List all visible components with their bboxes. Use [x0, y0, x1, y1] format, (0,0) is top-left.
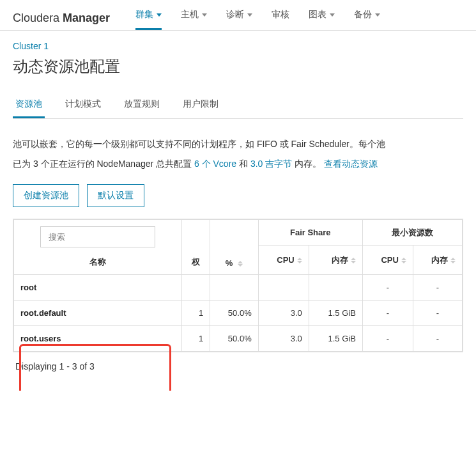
- col-fs-cpu-header[interactable]: CPU: [258, 246, 309, 274]
- cell-pct: [210, 274, 259, 300]
- cell-min-cpu: -: [362, 325, 413, 351]
- nav-clusters[interactable]: 群集: [135, 9, 162, 30]
- tab-schedule-mode[interactable]: 计划模式: [63, 92, 104, 118]
- nav-audit[interactable]: 审核: [272, 9, 289, 30]
- col-group-minresources: 最小资源数: [362, 219, 462, 246]
- col-fs-mem-header[interactable]: 内存: [309, 246, 362, 274]
- cell-weight: 1: [181, 300, 210, 325]
- cell-weight: 1: [181, 325, 210, 351]
- search-input[interactable]: [40, 226, 155, 247]
- sort-icon: [297, 258, 302, 263]
- cell-min-mem: -: [413, 325, 462, 351]
- sort-icon: [351, 258, 356, 263]
- table-row[interactable]: root.users 1 50.0% 3.0 1.5 GiB - -: [14, 325, 463, 351]
- tab-placement-rules[interactable]: 放置规则: [121, 92, 162, 118]
- cell-weight: [181, 274, 210, 300]
- brand-part2: Manager: [63, 12, 110, 24]
- col-name-header[interactable]: 名称: [20, 256, 175, 268]
- cell-name: root: [14, 274, 182, 300]
- description-text: 池可以嵌套，它的每一个级别都可以支持不同的计划程序，如 FIFO 或 Fair …: [13, 134, 463, 174]
- pagination-text: Displaying 1 - 3 of 3: [13, 352, 463, 380]
- nav-backup[interactable]: 备份: [354, 9, 380, 30]
- cell-name: root.default: [14, 300, 182, 325]
- cell-fs-mem: 1.5 GiB: [309, 300, 362, 325]
- chevron-down-icon: [330, 13, 335, 17]
- col-min-mem-header[interactable]: 内存: [413, 246, 462, 274]
- cell-name: root.users: [14, 325, 182, 351]
- tab-user-limits[interactable]: 用户限制: [180, 92, 221, 118]
- chevron-down-icon: [375, 13, 380, 17]
- top-bar: Cloudera Manager 群集 主机 诊断 审核 图表 备份: [0, 0, 476, 31]
- sort-icon: [450, 258, 456, 263]
- top-nav: 群集 主机 诊断 审核 图表 备份: [135, 6, 380, 30]
- col-weight-header[interactable]: 权: [181, 219, 210, 274]
- nav-diagnostics[interactable]: 诊断: [226, 9, 252, 30]
- table-row[interactable]: root - -: [14, 274, 463, 300]
- create-pool-button[interactable]: 创建资源池: [13, 184, 79, 207]
- default-settings-button[interactable]: 默认设置: [87, 184, 144, 207]
- cell-fs-cpu: 3.0: [258, 325, 309, 351]
- cell-pct: 50.0%: [210, 325, 259, 351]
- cell-min-cpu: -: [362, 274, 413, 300]
- view-dynamic-link[interactable]: 查看动态资源: [324, 159, 378, 169]
- chevron-down-icon: [202, 13, 207, 17]
- cell-fs-cpu: 3.0: [258, 300, 309, 325]
- cell-min-mem: -: [413, 274, 462, 300]
- page-tabs: 资源池 计划模式 放置规则 用户限制: [13, 92, 463, 119]
- memory-link[interactable]: 3.0 吉字节: [250, 159, 292, 169]
- page-title: 动态资源池配置: [13, 56, 463, 77]
- chevron-down-icon: [247, 13, 252, 17]
- sort-icon: [401, 258, 406, 263]
- cell-min-mem: -: [413, 300, 462, 325]
- brand-part1: Cloudera: [13, 12, 63, 24]
- sort-icon: [238, 261, 243, 267]
- pools-table: 名称 权 % Fair Share 最小资源数 CPU 内存 CPU 内存: [13, 219, 463, 352]
- col-pct-header[interactable]: %: [210, 219, 259, 274]
- nav-hosts[interactable]: 主机: [181, 9, 207, 30]
- col-min-cpu-header[interactable]: CPU: [362, 246, 413, 274]
- brand-logo: Cloudera Manager: [13, 12, 110, 25]
- tab-resource-pools[interactable]: 资源池: [13, 92, 45, 118]
- cell-min-cpu: -: [362, 300, 413, 325]
- vcore-link[interactable]: 6 个 Vcore: [194, 159, 236, 169]
- cell-fs-mem: [309, 274, 362, 300]
- action-buttons: 创建资源池 默认设置: [13, 184, 463, 207]
- nav-charts[interactable]: 图表: [309, 9, 335, 30]
- content-area: Cluster 1 动态资源池配置 资源池 计划模式 放置规则 用户限制 池可以…: [0, 31, 476, 391]
- chevron-down-icon: [157, 13, 162, 17]
- cell-fs-cpu: [258, 274, 309, 300]
- breadcrumb[interactable]: Cluster 1: [13, 41, 463, 51]
- col-group-fairshare: Fair Share: [258, 219, 362, 246]
- cell-fs-mem: 1.5 GiB: [309, 325, 362, 351]
- table-row[interactable]: root.default 1 50.0% 3.0 1.5 GiB - -: [14, 300, 463, 325]
- cell-pct: 50.0%: [210, 300, 259, 325]
